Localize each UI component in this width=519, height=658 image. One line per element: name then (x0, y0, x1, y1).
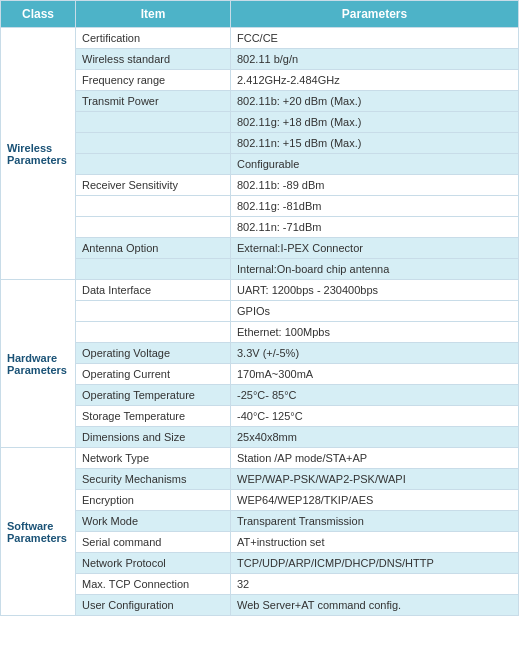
table-header: Class Item Parameters (1, 1, 519, 28)
table-row: Hardware ParametersData InterfaceUART: 1… (1, 280, 519, 301)
table-row: 802.11n: +15 dBm (Max.) (1, 133, 519, 154)
params-cell: WEP/WAP-PSK/WAP2-PSK/WAPI (231, 469, 519, 490)
table-row: Ethernet: 100Mpbs (1, 322, 519, 343)
params-cell: GPIOs (231, 301, 519, 322)
item-cell (76, 322, 231, 343)
table-row: Configurable (1, 154, 519, 175)
table-row: Operating Temperature-25°C- 85°C (1, 385, 519, 406)
params-cell: TCP/UDP/ARP/ICMP/DHCP/DNS/HTTP (231, 553, 519, 574)
table-row: 802.11n: -71dBm (1, 217, 519, 238)
params-cell: 32 (231, 574, 519, 595)
table-row: Software ParametersNetwork TypeStation /… (1, 448, 519, 469)
spec-table: Class Item Parameters Wireless Parameter… (0, 0, 519, 616)
params-cell: Web Server+AT command config. (231, 595, 519, 616)
item-cell (76, 259, 231, 280)
params-cell: AT+instruction set (231, 532, 519, 553)
item-cell: Operating Current (76, 364, 231, 385)
params-cell: 802.11 b/g/n (231, 49, 519, 70)
params-cell: 3.3V (+/-5%) (231, 343, 519, 364)
table-row: GPIOs (1, 301, 519, 322)
table-row: Internal:On-board chip antenna (1, 259, 519, 280)
params-cell: 802.11b: -89 dBm (231, 175, 519, 196)
header-class: Class (1, 1, 76, 28)
table-row: Network ProtocolTCP/UDP/ARP/ICMP/DHCP/DN… (1, 553, 519, 574)
item-cell: Frequency range (76, 70, 231, 91)
item-cell (76, 112, 231, 133)
item-cell: Wireless standard (76, 49, 231, 70)
params-cell: Ethernet: 100Mpbs (231, 322, 519, 343)
table-row: Work ModeTransparent Transmission (1, 511, 519, 532)
table-row: EncryptionWEP64/WEP128/TKIP/AES (1, 490, 519, 511)
params-cell: -25°C- 85°C (231, 385, 519, 406)
item-cell: User Configuration (76, 595, 231, 616)
params-cell: 170mA~300mA (231, 364, 519, 385)
table-row: Storage Temperature-40°C- 125°C (1, 406, 519, 427)
item-cell: Operating Temperature (76, 385, 231, 406)
item-cell: Network Protocol (76, 553, 231, 574)
table-row: Transmit Power802.11b: +20 dBm (Max.) (1, 91, 519, 112)
item-cell: Work Mode (76, 511, 231, 532)
item-cell: Transmit Power (76, 91, 231, 112)
item-cell: Security Mechanisms (76, 469, 231, 490)
item-cell: Storage Temperature (76, 406, 231, 427)
class-label: Wireless Parameters (1, 28, 76, 280)
item-cell (76, 301, 231, 322)
params-cell: 802.11n: +15 dBm (Max.) (231, 133, 519, 154)
params-cell: Transparent Transmission (231, 511, 519, 532)
item-cell: Data Interface (76, 280, 231, 301)
table-row: Receiver Sensitivity802.11b: -89 dBm (1, 175, 519, 196)
table-row: Wireless standard802.11 b/g/n (1, 49, 519, 70)
table-row: User ConfigurationWeb Server+AT command … (1, 595, 519, 616)
item-cell: Serial command (76, 532, 231, 553)
params-cell: 802.11b: +20 dBm (Max.) (231, 91, 519, 112)
params-cell: FCC/CE (231, 28, 519, 49)
table-row: Dimensions and Size25x40x8mm (1, 427, 519, 448)
item-cell (76, 196, 231, 217)
params-cell: UART: 1200bps - 230400bps (231, 280, 519, 301)
table-row: Serial commandAT+instruction set (1, 532, 519, 553)
table-row: Operating Current170mA~300mA (1, 364, 519, 385)
params-cell: External:I-PEX Connector (231, 238, 519, 259)
item-cell: Certification (76, 28, 231, 49)
params-cell: 25x40x8mm (231, 427, 519, 448)
class-label: Software Parameters (1, 448, 76, 616)
item-cell (76, 217, 231, 238)
item-cell (76, 133, 231, 154)
params-cell: 802.11g: +18 dBm (Max.) (231, 112, 519, 133)
params-cell: -40°C- 125°C (231, 406, 519, 427)
item-cell: Receiver Sensitivity (76, 175, 231, 196)
table-row: Antenna OptionExternal:I-PEX Connector (1, 238, 519, 259)
params-cell: Internal:On-board chip antenna (231, 259, 519, 280)
params-cell: 2.412GHz-2.484GHz (231, 70, 519, 91)
table-row: 802.11g: -81dBm (1, 196, 519, 217)
table-row: 802.11g: +18 dBm (Max.) (1, 112, 519, 133)
params-cell: 802.11g: -81dBm (231, 196, 519, 217)
item-cell: Network Type (76, 448, 231, 469)
item-cell: Operating Voltage (76, 343, 231, 364)
params-cell: 802.11n: -71dBm (231, 217, 519, 238)
params-cell: WEP64/WEP128/TKIP/AES (231, 490, 519, 511)
table-row: Wireless ParametersCertificationFCC/CE (1, 28, 519, 49)
table-row: Operating Voltage3.3V (+/-5%) (1, 343, 519, 364)
class-label: Hardware Parameters (1, 280, 76, 448)
item-cell (76, 154, 231, 175)
item-cell: Dimensions and Size (76, 427, 231, 448)
item-cell: Antenna Option (76, 238, 231, 259)
table-row: Security MechanismsWEP/WAP-PSK/WAP2-PSK/… (1, 469, 519, 490)
params-cell: Configurable (231, 154, 519, 175)
item-cell: Max. TCP Connection (76, 574, 231, 595)
item-cell: Encryption (76, 490, 231, 511)
header-params: Parameters (231, 1, 519, 28)
params-cell: Station /AP mode/STA+AP (231, 448, 519, 469)
table-row: Max. TCP Connection32 (1, 574, 519, 595)
table-row: Frequency range2.412GHz-2.484GHz (1, 70, 519, 91)
header-item: Item (76, 1, 231, 28)
